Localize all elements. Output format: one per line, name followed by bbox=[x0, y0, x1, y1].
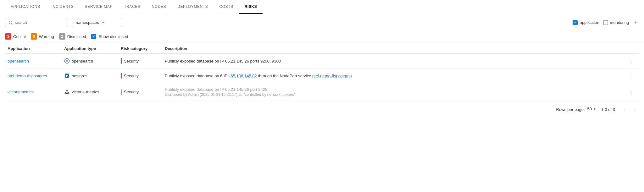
app-link[interactable]: victoriametrics bbox=[8, 90, 34, 94]
description-text: Publicly exposed database on IP 65.21.14… bbox=[165, 59, 621, 63]
type-label: postgres bbox=[72, 74, 87, 78]
prev-page-button[interactable]: ‹ bbox=[620, 105, 629, 114]
risk-label: Security bbox=[124, 74, 139, 78]
description-cell: Publicly exposed database on 6 IPs 65.10… bbox=[162, 69, 623, 83]
risk-label: Security bbox=[124, 59, 139, 63]
dismissed-note: Dismissed by Admin (2025-01-31 16:22:17)… bbox=[165, 92, 621, 97]
service-link[interactable]: otel-demo-ffspostgres bbox=[312, 74, 352, 78]
monitoring-checkbox[interactable] bbox=[603, 20, 608, 25]
table-header: Application Application type Risk catego… bbox=[5, 42, 639, 54]
dismissed-label: Dismissed bbox=[67, 34, 86, 39]
row-more-button[interactable]: ⋮ bbox=[626, 88, 636, 96]
rows-per-page-value: 50 bbox=[587, 107, 592, 111]
page-info: 1-3 of 3 bbox=[601, 107, 615, 112]
show-dismissed-checkbox[interactable] bbox=[91, 34, 96, 39]
add-button[interactable]: + bbox=[633, 19, 639, 26]
description-text: Publicly exposed database on IP 65.21.14… bbox=[165, 87, 621, 97]
table-row: otel-demo-ffspostgres P postgresSecurity… bbox=[5, 69, 639, 83]
critical-count: 3 bbox=[5, 33, 11, 40]
critical-badge: 3 Critical bbox=[5, 33, 26, 40]
next-page-button[interactable]: › bbox=[630, 105, 639, 114]
app-link[interactable]: otel-demo-ffspostgres bbox=[8, 74, 47, 78]
warning-count: 0 bbox=[31, 33, 37, 40]
dismissed-badge: 2 Dismissed bbox=[59, 33, 86, 40]
rows-per-page-select[interactable]: 50 ▼ bbox=[587, 107, 596, 112]
col-header-application: Application bbox=[5, 42, 62, 54]
monitoring-filter-label: monitoring bbox=[610, 20, 629, 25]
search-box[interactable] bbox=[5, 18, 68, 27]
nav-item-traces[interactable]: TRACES bbox=[118, 0, 146, 14]
description-cell: Publicly exposed database on IP 65.21.14… bbox=[162, 83, 623, 101]
warning-label: Warning bbox=[39, 34, 54, 39]
table-row: opensearch opensearchSecurityPublicly ex… bbox=[5, 54, 639, 69]
opensearch-icon bbox=[64, 58, 70, 64]
description-cell: Publicly exposed database on IP 65.21.14… bbox=[162, 54, 623, 69]
svg-text:P: P bbox=[66, 74, 68, 77]
application-filter-label: application bbox=[580, 20, 599, 25]
row-more-button[interactable]: ⋮ bbox=[626, 57, 636, 65]
col-header-description: Description bbox=[162, 42, 623, 54]
app-link[interactable]: opensearch bbox=[8, 59, 29, 63]
monitoring-filter[interactable]: monitoring bbox=[603, 20, 629, 25]
nav-item-risks[interactable]: RISKS bbox=[239, 0, 263, 14]
col-header-type: Application type bbox=[62, 42, 118, 54]
show-dismissed-label: Show dismissed bbox=[99, 34, 128, 39]
toolbar: namespaces ▼ application monitoring + bbox=[0, 14, 644, 31]
victoria-metrics-icon bbox=[64, 89, 70, 95]
rows-per-page: Rows per page: 50 ▼ bbox=[556, 107, 596, 112]
pagination: Rows per page: 50 ▼ 1-3 of 3 ‹ › bbox=[0, 101, 644, 118]
show-dismissed-toggle[interactable]: Show dismissed bbox=[91, 34, 128, 39]
nav-item-incidents[interactable]: INCIDENTS bbox=[46, 0, 79, 14]
col-header-risk: Risk category bbox=[118, 42, 162, 54]
filter-bar: 3 Critical 0 Warning 2 Dismissed Show di… bbox=[0, 31, 644, 42]
risk-severity-indicator bbox=[121, 73, 122, 79]
toolbar-right: application monitoring + bbox=[573, 19, 639, 26]
table-body: opensearch opensearchSecurityPublicly ex… bbox=[5, 54, 639, 101]
namespace-dropdown[interactable]: namespaces ▼ bbox=[72, 18, 122, 27]
nav-item-deployments[interactable]: DEPLOYMENTS bbox=[172, 0, 214, 14]
risk-label: Security bbox=[124, 90, 139, 94]
page-navigation: ‹ › bbox=[620, 105, 639, 114]
application-checkbox[interactable] bbox=[573, 20, 578, 25]
description-text: Publicly exposed database on 6 IPs 65.10… bbox=[165, 74, 621, 78]
dismissed-count: 2 bbox=[59, 33, 65, 40]
nav-item-nodes[interactable]: NODES bbox=[146, 0, 172, 14]
search-icon bbox=[8, 20, 13, 25]
table-row: victoriametrics victoria-metricsSecurity… bbox=[5, 83, 639, 101]
svg-line-1 bbox=[12, 23, 13, 24]
nav-item-applications[interactable]: APPLICATIONS bbox=[5, 0, 46, 14]
risk-severity-indicator bbox=[121, 89, 122, 95]
application-filter[interactable]: application bbox=[573, 20, 599, 25]
nav-item-costs[interactable]: COSTS bbox=[214, 0, 239, 14]
critical-label: Critical bbox=[13, 34, 26, 39]
chevron-down-icon: ▼ bbox=[102, 21, 118, 24]
top-navigation: APPLICATIONSINCIDENTSSERVICE MAPTRACESNO… bbox=[0, 0, 644, 14]
warning-badge: 0 Warning bbox=[31, 33, 54, 40]
namespace-label: namespaces bbox=[76, 20, 99, 25]
search-input[interactable] bbox=[15, 20, 59, 25]
risk-severity-indicator bbox=[121, 58, 122, 64]
row-more-button[interactable]: ⋮ bbox=[626, 71, 636, 80]
type-label: victoria-metrics bbox=[72, 90, 99, 94]
rows-select-chevron: ▼ bbox=[593, 107, 596, 111]
type-label: opensearch bbox=[72, 59, 93, 63]
risks-table: Application Application type Risk catego… bbox=[5, 42, 639, 101]
ip-link[interactable]: 65.108.145.82 bbox=[231, 74, 257, 78]
svg-marker-7 bbox=[66, 92, 68, 94]
risks-table-wrapper: Application Application type Risk catego… bbox=[0, 42, 644, 101]
rows-per-page-label: Rows per page: bbox=[556, 107, 585, 112]
postgres-icon: P bbox=[64, 73, 70, 79]
nav-item-service-map[interactable]: SERVICE MAP bbox=[79, 0, 118, 14]
